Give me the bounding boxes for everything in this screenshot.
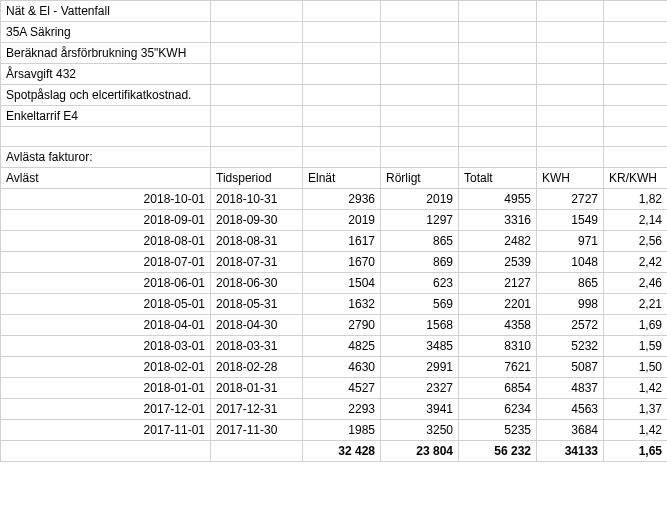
cell-krkwh: 1,82 [604,189,668,210]
cell-kwh: 1048 [537,252,604,273]
cell-krkwh: 2,14 [604,210,668,231]
info-cell: Nät & El - Vattenfall [1,1,211,22]
data-row-4: 2018-06-012018-06-30150462321278652,46 [1,273,668,294]
cell-tidsperiod: 2018-02-28 [211,357,303,378]
header-elnat: Elnät [303,168,381,189]
cell-kwh: 4837 [537,378,604,399]
cell-avlast: 2018-10-01 [1,189,211,210]
cell-totalt: 6234 [459,399,537,420]
cell-rorligt: 3941 [381,399,459,420]
total-elnat: 32 428 [303,441,381,462]
cell-avlast: 2018-07-01 [1,252,211,273]
cell-kwh: 2572 [537,315,604,336]
cell-kwh: 4563 [537,399,604,420]
cell-rorligt: 3250 [381,420,459,441]
cell-tidsperiod: 2018-04-30 [211,315,303,336]
cell-avlast: 2018-03-01 [1,336,211,357]
cell-tidsperiod: 2018-09-30 [211,210,303,231]
data-row-8: 2018-02-012018-02-2846302991762150871,50 [1,357,668,378]
cell-kwh: 1549 [537,210,604,231]
header-avlast: Avläst [1,168,211,189]
data-row-3: 2018-07-012018-07-311670869253910482,42 [1,252,668,273]
info-cell: Beräknad årsförbrukning 35"KWH [1,43,211,64]
info-row-3: Årsavgift 432 [1,64,668,85]
cell-elnat: 1504 [303,273,381,294]
cell-krkwh: 2,46 [604,273,668,294]
info-row-0: Nät & El - Vattenfall [1,1,668,22]
info-row-1: 35A Säkring [1,22,668,43]
cell-tidsperiod: 2017-12-31 [211,399,303,420]
cell-elnat: 4527 [303,378,381,399]
cell-avlast: 2017-11-01 [1,420,211,441]
cell-totalt: 6854 [459,378,537,399]
cell-rorligt: 2327 [381,378,459,399]
cell-rorligt: 2991 [381,357,459,378]
header-row: AvlästTidsperiodElnätRörligtTotaltKWHKR/… [1,168,668,189]
cell-krkwh: 2,56 [604,231,668,252]
cell-krkwh: 2,42 [604,252,668,273]
cell-totalt: 2539 [459,252,537,273]
header-rorligt: Rörligt [381,168,459,189]
total-rorligt: 23 804 [381,441,459,462]
cell-rorligt: 865 [381,231,459,252]
data-row-1: 2018-09-012018-09-3020191297331615492,14 [1,210,668,231]
cell-elnat: 1670 [303,252,381,273]
total-totalt: 56 232 [459,441,537,462]
cell-elnat: 4630 [303,357,381,378]
cell-krkwh: 1,50 [604,357,668,378]
cell-totalt: 4955 [459,189,537,210]
data-row-6: 2018-04-012018-04-3027901568435825721,69 [1,315,668,336]
header-krkwh: KR/KWH [604,168,668,189]
data-row-11: 2017-11-012017-11-3019853250523536841,42 [1,420,668,441]
cell-elnat: 1632 [303,294,381,315]
cell-tidsperiod: 2018-07-31 [211,252,303,273]
section-title-row: Avlästa fakturor: [1,147,668,168]
cell-tidsperiod: 2018-06-30 [211,273,303,294]
data-row-0: 2018-10-012018-10-3129362019495527271,82 [1,189,668,210]
totals-row: 32 42823 80456 232341331,65 [1,441,668,462]
cell-totalt: 5235 [459,420,537,441]
cell-avlast: 2018-05-01 [1,294,211,315]
data-row-10: 2017-12-012017-12-3122933941623445631,37 [1,399,668,420]
cell-krkwh: 1,42 [604,420,668,441]
cell-avlast: 2018-09-01 [1,210,211,231]
section-title: Avlästa fakturor: [1,147,211,168]
total-krkwh: 1,65 [604,441,668,462]
spreadsheet-table: Nät & El - Vattenfall35A SäkringBeräknad… [0,0,667,462]
cell-elnat: 1985 [303,420,381,441]
cell-rorligt: 2019 [381,189,459,210]
cell-krkwh: 2,21 [604,294,668,315]
total-kwh: 34133 [537,441,604,462]
cell-kwh: 2727 [537,189,604,210]
cell-kwh: 998 [537,294,604,315]
cell-kwh: 865 [537,273,604,294]
cell-tidsperiod: 2018-01-31 [211,378,303,399]
info-cell: 35A Säkring [1,22,211,43]
info-cell: Enkeltarrif E4 [1,106,211,127]
data-row-2: 2018-08-012018-08-31161786524829712,56 [1,231,668,252]
cell-kwh: 3684 [537,420,604,441]
cell-tidsperiod: 2017-11-30 [211,420,303,441]
cell-kwh: 5232 [537,336,604,357]
cell-elnat: 2790 [303,315,381,336]
info-row-5: Enkeltarrif E4 [1,106,668,127]
header-tidsperiod: Tidsperiod [211,168,303,189]
cell-tidsperiod: 2018-08-31 [211,231,303,252]
cell-totalt: 8310 [459,336,537,357]
data-row-5: 2018-05-012018-05-31163256922019982,21 [1,294,668,315]
cell-rorligt: 3485 [381,336,459,357]
info-cell: Årsavgift 432 [1,64,211,85]
cell-kwh: 5087 [537,357,604,378]
cell-krkwh: 1,59 [604,336,668,357]
cell-avlast: 2018-01-01 [1,378,211,399]
cell-elnat: 1617 [303,231,381,252]
cell-elnat: 2019 [303,210,381,231]
cell-totalt: 4358 [459,315,537,336]
cell-tidsperiod: 2018-03-31 [211,336,303,357]
header-kwh: KWH [537,168,604,189]
cell-totalt: 3316 [459,210,537,231]
cell-rorligt: 1297 [381,210,459,231]
cell-tidsperiod: 2018-05-31 [211,294,303,315]
cell-avlast: 2017-12-01 [1,399,211,420]
cell-elnat: 4825 [303,336,381,357]
